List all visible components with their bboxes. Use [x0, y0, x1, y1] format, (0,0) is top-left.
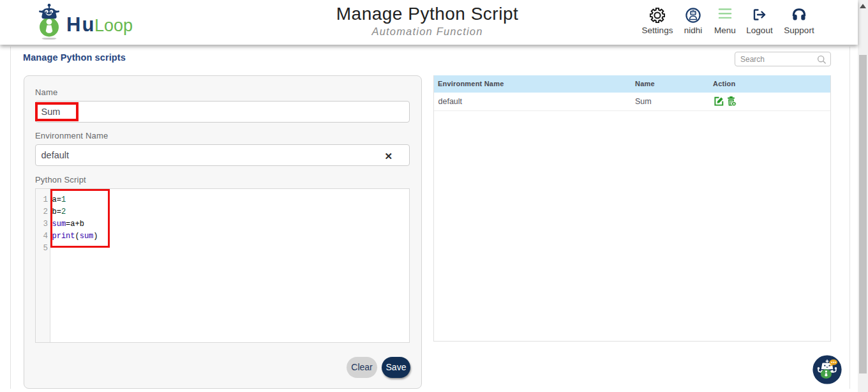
- svg-text:HuLoop: HuLoop: [66, 13, 133, 36]
